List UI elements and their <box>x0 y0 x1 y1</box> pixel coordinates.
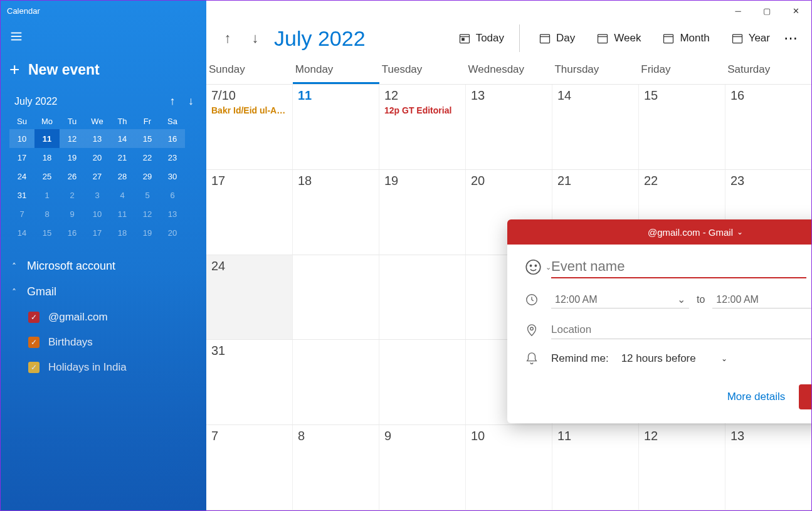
save-button[interactable]: Save <box>799 384 812 409</box>
day-cell[interactable]: 12 <box>639 425 725 510</box>
day-cell[interactable]: 18 <box>293 170 379 255</box>
mini-day[interactable]: 26 <box>60 167 85 186</box>
hamburger-icon[interactable] <box>1 21 206 51</box>
mini-day[interactable]: 9 <box>60 204 85 223</box>
mini-day[interactable]: 17 <box>85 223 110 242</box>
account-header[interactable]: ˄Microsoft account <box>12 253 195 279</box>
location-input[interactable] <box>551 321 812 339</box>
day-cell[interactable]: 1212p GT Editorial <box>379 85 466 169</box>
prev-month-icon[interactable]: ↑ <box>214 24 241 52</box>
day-cell[interactable]: 24 <box>206 255 293 340</box>
mini-day[interactable]: 4 <box>110 186 135 204</box>
day-cell[interactable]: 11 <box>293 85 379 169</box>
view-day-button[interactable]: Day <box>530 27 584 50</box>
event-name-input[interactable] <box>551 256 806 278</box>
mini-day[interactable]: 19 <box>135 223 160 242</box>
day-cell[interactable]: 7 <box>206 425 293 510</box>
end-time-select[interactable]: 12:00 AM⌄ <box>712 291 812 308</box>
day-cell[interactable]: 8 <box>293 425 379 510</box>
calendar-event[interactable]: Bakr Id/Eid ul-Adha <box>211 105 287 115</box>
mini-day[interactable]: 20 <box>85 148 110 167</box>
month-title[interactable]: July 2022 <box>274 26 366 51</box>
new-event-button[interactable]: + New event <box>1 51 206 91</box>
popup-header[interactable]: @gmail.com - Gmail⌄ ✕ <box>507 219 812 245</box>
day-cell[interactable]: 31 <box>206 340 293 424</box>
day-cell[interactable] <box>379 255 466 340</box>
mini-day[interactable]: 10 <box>85 204 110 223</box>
mini-day[interactable]: 13 <box>85 129 110 148</box>
checkbox-icon[interactable]: ✓ <box>28 337 40 348</box>
more-icon[interactable]: ⋯ <box>779 30 804 46</box>
day-cell[interactable] <box>293 255 379 340</box>
day-cell[interactable]: 11 <box>552 425 639 510</box>
mini-day[interactable]: 12 <box>135 204 160 223</box>
mini-day[interactable]: 8 <box>34 204 60 223</box>
mini-day[interactable]: 1 <box>34 186 60 204</box>
mini-day[interactable]: 3 <box>85 186 110 204</box>
mini-day[interactable]: 6 <box>160 186 185 204</box>
mini-day[interactable]: 18 <box>34 148 60 167</box>
mini-day[interactable]: 5 <box>135 186 160 204</box>
mini-day[interactable]: 29 <box>135 167 160 186</box>
account-header[interactable]: ˄Gmail <box>12 279 195 305</box>
view-week-button[interactable]: Week <box>588 27 650 50</box>
mini-day[interactable]: 13 <box>160 204 185 223</box>
start-time-select[interactable]: 12:00 AM⌄ <box>551 291 689 308</box>
mini-day[interactable]: 18 <box>110 223 135 242</box>
mini-day[interactable]: 20 <box>160 223 185 242</box>
mini-day[interactable]: 24 <box>9 167 34 186</box>
more-details-link[interactable]: More details <box>727 391 786 403</box>
mini-day[interactable]: 16 <box>60 223 85 242</box>
day-cell[interactable]: 9 <box>379 425 466 510</box>
mini-day[interactable]: 17 <box>9 148 34 167</box>
emoji-icon[interactable]: ⌄ <box>525 258 551 277</box>
mini-day[interactable]: 14 <box>9 223 34 242</box>
day-cell[interactable]: 13 <box>725 425 811 510</box>
mini-month-label[interactable]: July 2022 <box>14 96 58 107</box>
reminder-select[interactable]: 12 hours before⌄ <box>621 352 727 365</box>
next-month-icon[interactable]: ↓ <box>241 24 269 52</box>
mini-day[interactable]: 27 <box>85 167 110 186</box>
mini-day[interactable]: 15 <box>135 129 160 148</box>
mini-day[interactable]: 22 <box>135 148 160 167</box>
mini-day[interactable]: 16 <box>160 129 185 148</box>
calendar-event[interactable]: 12p GT Editorial <box>384 105 460 115</box>
mini-day[interactable]: 10 <box>9 129 34 148</box>
checkbox-icon[interactable]: ✓ <box>28 312 40 323</box>
mini-day[interactable]: 19 <box>60 148 85 167</box>
checkbox-icon[interactable]: ✓ <box>28 362 40 373</box>
mini-day[interactable]: 11 <box>34 129 60 148</box>
mini-day[interactable]: 7 <box>9 204 34 223</box>
day-cell[interactable]: 14 <box>552 85 639 169</box>
mini-day[interactable]: 31 <box>9 186 34 204</box>
day-cell[interactable] <box>379 340 466 424</box>
mini-day[interactable]: 23 <box>160 148 185 167</box>
mini-day[interactable]: 15 <box>34 223 60 242</box>
mini-day[interactable]: 21 <box>110 148 135 167</box>
day-cell[interactable] <box>293 340 379 424</box>
mini-day[interactable]: 30 <box>160 167 185 186</box>
calendar-item[interactable]: ✓@gmail.com <box>12 305 195 330</box>
day-cell[interactable]: 16 <box>725 85 811 169</box>
mini-day[interactable]: 11 <box>110 204 135 223</box>
view-year-button[interactable]: Year <box>722 27 779 50</box>
day-cell[interactable]: 17 <box>206 170 293 255</box>
maximize-button[interactable]: ▢ <box>752 1 781 21</box>
mini-day[interactable]: 25 <box>34 167 60 186</box>
mini-prev-icon[interactable]: ↑ <box>170 95 176 107</box>
view-month-button[interactable]: Month <box>653 27 718 50</box>
day-cell[interactable]: 13 <box>466 85 552 169</box>
close-button[interactable]: ✕ <box>781 1 810 21</box>
day-cell[interactable]: 15 <box>639 85 725 169</box>
day-cell[interactable]: 7/10Bakr Id/Eid ul-Adha <box>206 85 293 169</box>
calendar-item[interactable]: ✓Birthdays <box>12 330 195 355</box>
mini-day[interactable]: 28 <box>110 167 135 186</box>
mini-day[interactable]: 14 <box>110 129 135 148</box>
mini-day[interactable]: 12 <box>60 129 85 148</box>
calendar-item[interactable]: ✓Holidays in India <box>12 355 195 380</box>
today-button[interactable]: Today <box>450 27 513 50</box>
day-cell[interactable]: 10 <box>466 425 552 510</box>
mini-next-icon[interactable]: ↓ <box>188 95 194 107</box>
minimize-button[interactable]: ─ <box>724 1 752 21</box>
mini-day[interactable]: 2 <box>60 186 85 204</box>
